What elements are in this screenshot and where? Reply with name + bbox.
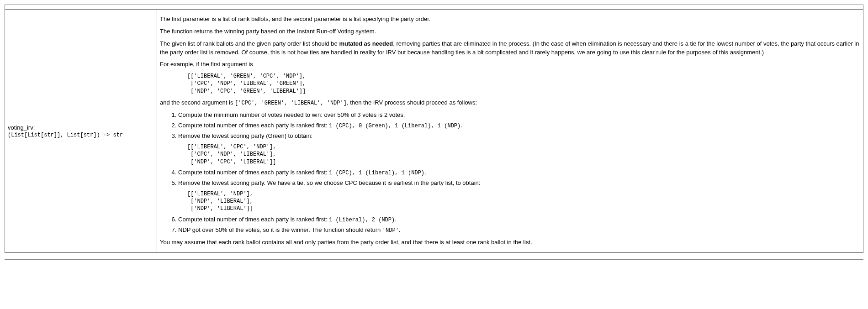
bottom-divider [5,259,863,260]
para-5a: and the second argument is [160,99,235,106]
step-3: Remove the lowest scoring party (Green) … [178,132,860,165]
spec-row: voting_irv: (List[List[str]], List[str])… [5,10,863,253]
code-block-2: [['LIBERAL', 'CPC', 'NDP'], ['CPC', 'NDP… [187,143,860,166]
para-3a: The given list of rank ballots and the g… [160,40,339,47]
step-4b: . [424,169,426,176]
step-3-text: Remove the lowest scoring party (Green) … [178,132,312,139]
step-2: Compute total number of times each party… [178,121,860,130]
step-2a: Compute total number of times each party… [178,122,329,129]
step-7b: . [399,226,401,233]
step-6: Compute total number of times each party… [178,215,860,224]
code-block-1: [['LIBERAL', 'GREEN', 'CPC', 'NDP'], ['C… [187,73,860,95]
para-1: The first parameter is a list of rank ba… [160,15,860,24]
spacer-row [5,5,863,10]
step-6b: . [395,216,397,223]
step-6-code: 1 (Liberal), 2 (NDP) [329,217,395,223]
step-5-text: Remove the lowest scoring party. We have… [178,179,480,186]
step-4a: Compute total number of times each party… [178,169,329,176]
step-6a: Compute total number of times each party… [178,216,329,223]
para-6: You may assume that each rank ballot con… [160,238,860,247]
mutated-emphasis: mutated as needed [339,40,393,47]
para-2: The function returns the winning party b… [160,27,860,36]
type-signature: (List[List[str]], List[str]) -> str [8,132,123,138]
para-5: and the second argument is ['CPC', 'GREE… [160,99,860,107]
para-5b: , then the IRV process should proceed as… [347,99,477,106]
step-5: Remove the lowest scoring party. We have… [178,179,860,212]
steps-list: Compute the minimum number of votes need… [160,111,860,235]
para-3: The given list of rank ballots and the g… [160,40,860,57]
step-4: Compute total number of times each party… [178,168,860,177]
function-name: voting_irv: [8,124,35,131]
step-1: Compute the minimum number of votes need… [178,111,860,120]
step-7-code: 'NDP' [382,227,399,234]
signature-cell: voting_irv: (List[List[str]], List[str])… [5,10,157,253]
step-2b: . [460,122,462,129]
step-7: NDP got over 50% of the votes, so it is … [178,226,860,235]
para-4: For example, if the first argument is [160,60,860,69]
code-block-3: [['LIBERAL', 'NDP'], ['NDP', 'LIBERAL'],… [187,190,860,213]
spec-table: voting_irv: (List[List[str]], List[str])… [5,5,863,253]
step-4-code: 1 (CPC), 1 (Liberal), 1 (NDP) [329,170,424,176]
para-5-code: ['CPC', 'GREEN', 'LIBERAL', 'NDP'] [235,100,347,106]
step-2-code: 1 (CPC), 0 (Green), 1 (Liberal), 1 (NDP) [329,123,460,129]
step-7a: NDP got over 50% of the votes, so it is … [178,226,382,233]
description-cell: The first parameter is a list of rank ba… [157,10,863,253]
